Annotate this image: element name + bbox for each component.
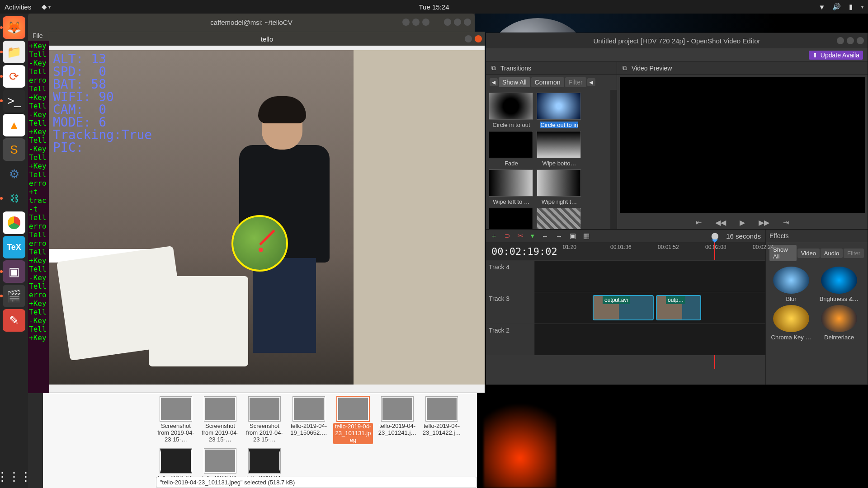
- zoom-slider-handle[interactable]: ⬤: [711, 232, 719, 240]
- effect-item[interactable]: Chroma Key …: [769, 305, 814, 341]
- transition-item[interactable]: Fade: [489, 131, 534, 167]
- maximize-icon[interactable]: [847, 37, 854, 44]
- marker-icon[interactable]: ▾: [531, 232, 534, 240]
- scene-chair: [149, 276, 248, 366]
- clock[interactable]: Tue 15:24: [419, 3, 449, 11]
- transition-thumb: [537, 208, 581, 229]
- center-icon[interactable]: ▣: [570, 232, 576, 240]
- tello-titlebar[interactable]: tello: [49, 32, 485, 46]
- tab-common[interactable]: Common: [531, 77, 564, 87]
- tab-video[interactable]: Video: [797, 249, 820, 258]
- file-item[interactable]: tello-2019-04-23_101422.j…: [422, 397, 462, 444]
- razor-icon[interactable]: ✂: [518, 232, 524, 240]
- tab-show-all[interactable]: Show All: [499, 77, 530, 87]
- terminal-titlebar[interactable]: caffemodel@msi: ~/telloCV: [28, 14, 475, 31]
- minimize-icon[interactable]: [402, 19, 410, 26]
- close-icon[interactable]: [475, 35, 482, 42]
- rewind-icon[interactable]: ◀◀: [715, 218, 726, 227]
- file-item[interactable]: Screenshot from 2019-04-23 15-…: [156, 397, 196, 444]
- magnet-icon[interactable]: ⊃: [505, 232, 510, 240]
- link-icon[interactable]: ⛓: [3, 187, 25, 210]
- maximize-icon[interactable]: [454, 19, 461, 26]
- back-icon[interactable]: ◄: [490, 78, 498, 86]
- maximize-icon[interactable]: [412, 19, 420, 26]
- files-icon[interactable]: 📁: [3, 41, 25, 63]
- timeline-track[interactable]: Track 2: [486, 324, 765, 355]
- video-preview[interactable]: [620, 77, 865, 213]
- timeline-ruler[interactable]: 00:02:19:02 01:2000:01:3600:01:5200:02:0…: [486, 242, 765, 260]
- vlc-icon[interactable]: ▲: [3, 114, 25, 136]
- minimize-icon[interactable]: [465, 35, 472, 42]
- transition-item[interactable]: Wipe left to …: [489, 169, 534, 205]
- close-icon[interactable]: [422, 19, 429, 26]
- transition-label: Circle out to in: [540, 122, 578, 128]
- file-item[interactable]: Screenshot from 2019-04-23 15-…: [245, 397, 284, 444]
- chevron-down-icon[interactable]: ▾: [861, 5, 863, 9]
- notes-icon[interactable]: ✎: [3, 309, 25, 332]
- jump-start-icon[interactable]: ⇤: [696, 218, 702, 227]
- timeline-clip[interactable]: outp…: [656, 295, 701, 320]
- sublime-icon[interactable]: S: [3, 138, 25, 161]
- effect-item[interactable]: Brightness &…: [816, 267, 862, 302]
- firefox-icon[interactable]: 🦊: [3, 16, 25, 39]
- transition-item[interactable]: [489, 208, 534, 229]
- effect-item[interactable]: Blur: [769, 267, 814, 302]
- battery-icon[interactable]: ▮: [847, 3, 855, 11]
- video-editor-icon[interactable]: 🎬: [3, 285, 25, 307]
- file-item[interactable]: tello-2019-04-23_101131.jpeg: [333, 397, 373, 444]
- filter-input[interactable]: Filter: [844, 249, 864, 258]
- close-icon[interactable]: [857, 37, 864, 44]
- snap-icon[interactable]: ▦: [583, 232, 590, 240]
- settings-icon[interactable]: ⚙: [3, 163, 25, 185]
- transition-item[interactable]: Circle in to out: [489, 93, 534, 128]
- openshot-titlebar[interactable]: Untitled project [HDV 720 24p] - OpenSho…: [486, 33, 868, 48]
- transition-item[interactable]: Wipe botto…: [537, 131, 582, 167]
- file-name: tello-2019-04-19_150652.…: [289, 423, 329, 436]
- effects-grid[interactable]: BlurBrightness &…Chroma Key …Deinterlace: [766, 264, 868, 385]
- software-updater-icon[interactable]: ⟳: [3, 65, 25, 88]
- clear-icon[interactable]: ◄: [587, 78, 595, 86]
- track-header[interactable]: Track 2: [486, 324, 535, 355]
- minimize-icon[interactable]: [444, 19, 451, 26]
- track-header[interactable]: Track 3: [486, 292, 535, 324]
- add-track-icon[interactable]: ＋: [491, 232, 497, 240]
- activities-button[interactable]: Activities: [5, 3, 31, 11]
- file-item[interactable]: tello-2019-04-23_101241.j…: [377, 397, 417, 444]
- timeline-track[interactable]: Track 4: [486, 260, 765, 292]
- file-item[interactable]: tello-2019-04-19_150652.…: [289, 397, 329, 444]
- minimize-icon[interactable]: [837, 37, 844, 44]
- tab-audio[interactable]: Audio: [821, 249, 843, 258]
- screenshot-icon[interactable]: ▣: [3, 260, 25, 283]
- undock-icon[interactable]: ⧉: [490, 64, 498, 72]
- play-icon[interactable]: ▶: [740, 218, 745, 227]
- chrome-icon[interactable]: [3, 211, 25, 234]
- timeline-track[interactable]: Track 3output.avioutp…: [486, 292, 765, 324]
- app-menu-icon[interactable]: ◆: [40, 3, 48, 11]
- forward-icon[interactable]: ▶▶: [759, 218, 769, 227]
- transition-item[interactable]: Circle out to in: [537, 93, 582, 128]
- prev-marker-icon[interactable]: ←: [542, 232, 548, 240]
- scrollbar[interactable]: [610, 90, 617, 229]
- transitions-grid[interactable]: Circle in to outCircle out to inFadeWipe…: [486, 90, 610, 229]
- update-available-button[interactable]: ⬆ Update Availa: [809, 51, 863, 60]
- jump-end-icon[interactable]: ⇥: [783, 218, 789, 227]
- tello-video-feed: ALT: 13 SPD: 0 BAT: 58 WIFI: 90 CAM: 0 M…: [49, 50, 485, 385]
- transition-item[interactable]: Wipe right t…: [537, 169, 582, 205]
- network-icon[interactable]: ▼: [818, 3, 826, 11]
- close-icon[interactable]: [464, 19, 471, 26]
- menu-file[interactable]: File: [33, 32, 43, 39]
- filter-input[interactable]: Filter: [565, 77, 586, 87]
- undock-icon[interactable]: ⧉: [621, 64, 629, 72]
- file-grid[interactable]: Screenshot from 2019-04-23 15-…Screensho…: [43, 393, 477, 488]
- show-apps-icon[interactable]: ⋮⋮⋮: [3, 465, 25, 488]
- terminal-icon[interactable]: >_: [3, 89, 25, 112]
- effect-item[interactable]: Deinterlace: [816, 305, 862, 341]
- volume-icon[interactable]: 🔊: [832, 3, 840, 11]
- tex-icon[interactable]: TeX: [3, 236, 25, 258]
- image-thumb-icon: [204, 449, 236, 473]
- timeline-clip[interactable]: output.avi: [593, 295, 654, 320]
- file-item[interactable]: Screenshot from 2019-04-23 15-…: [200, 397, 240, 444]
- track-header[interactable]: Track 4: [486, 261, 535, 292]
- next-marker-icon[interactable]: →: [556, 232, 562, 240]
- transition-item[interactable]: [537, 208, 582, 229]
